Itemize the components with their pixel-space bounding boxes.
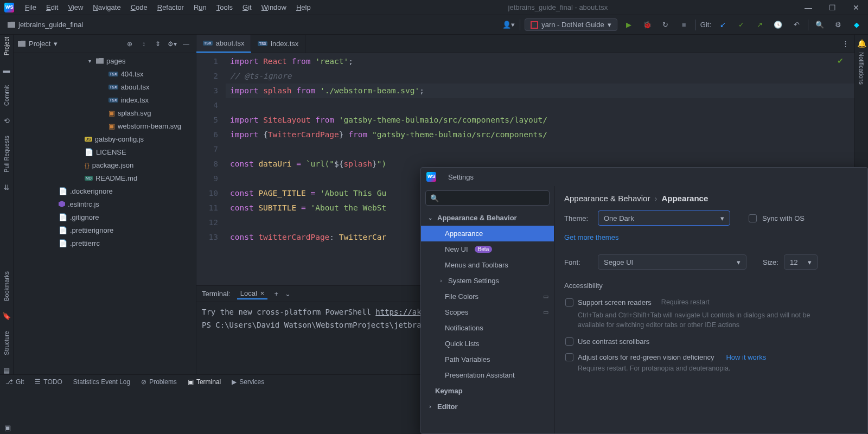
contrast-checkbox[interactable] <box>565 337 573 346</box>
adjust-colors-checkbox[interactable] <box>565 353 573 361</box>
cat-editor[interactable]: ›Editor <box>421 399 554 414</box>
project-breadcrumb[interactable]: jetbrains_guide_final <box>4 21 86 29</box>
size-dropdown[interactable]: 12▾ <box>784 254 818 270</box>
close-icon[interactable]: ✕ <box>848 3 864 12</box>
commit-rail-icon[interactable]: ⟲ <box>4 117 10 125</box>
menu-help[interactable]: Help <box>292 1 315 14</box>
rail-project[interactable]: Project <box>3 37 10 55</box>
menu-window[interactable]: Window <box>257 1 291 14</box>
bookmark-rail-icon[interactable]: 🔖 <box>2 312 11 320</box>
options-icon[interactable]: ⚙▾ <box>167 40 177 48</box>
rail-structure[interactable]: Structure <box>3 331 10 355</box>
tree-file[interactable]: ▣webstorm-beam.svg <box>14 119 196 132</box>
git-pull-icon[interactable]: ↙ <box>716 18 730 32</box>
expand-icon[interactable]: ↕ <box>138 40 149 48</box>
git-push-icon[interactable]: ↗ <box>752 18 767 32</box>
settings-icon[interactable]: ⚙ <box>831 18 845 32</box>
tree-folder-pages[interactable]: ▾pages <box>14 54 196 67</box>
ai-icon[interactable]: ◆ <box>850 18 864 32</box>
status-git[interactable]: ⎇Git <box>5 378 24 386</box>
tree-file[interactable]: 📄.dockerignore <box>14 184 196 197</box>
cat-appearance[interactable]: Appearance <box>421 226 554 241</box>
cat-appearance-behavior[interactable]: ⌄Appearance & Behavior <box>421 210 554 226</box>
debug-icon[interactable]: 🐞 <box>640 18 654 32</box>
cat-system[interactable]: ›System Settings <box>421 273 554 289</box>
tree-file[interactable]: TSXindex.tsx <box>14 93 196 106</box>
menu-code[interactable]: Code <box>126 1 152 14</box>
menu-file[interactable]: File <box>21 1 41 14</box>
status-todo[interactable]: ☰TODO <box>35 378 62 386</box>
cat-quick-lists[interactable]: Quick Lists <box>421 336 554 352</box>
terminal-dropdown-icon[interactable]: ⌄ <box>285 290 291 298</box>
screen-readers-checkbox[interactable] <box>565 298 573 307</box>
rail-pull[interactable]: Pull Requests <box>3 136 10 173</box>
sync-os-checkbox[interactable] <box>749 214 757 222</box>
status-stats[interactable]: Statistics Event Log <box>73 378 130 386</box>
cat-new-ui[interactable]: New UIBeta <box>421 241 554 257</box>
menu-view[interactable]: View <box>63 1 87 14</box>
tree-file[interactable]: 📄LICENSE <box>14 145 196 158</box>
tree-file[interactable]: .eslintrc.js <box>14 197 196 210</box>
terminal-tab[interactable]: Local× <box>237 288 268 299</box>
rail-commit[interactable]: Commit <box>3 85 10 106</box>
structure-rail-icon[interactable]: ▤ <box>3 366 10 374</box>
stop-icon[interactable]: ■ <box>677 18 691 32</box>
get-more-themes-link[interactable]: Get more themes <box>564 233 618 241</box>
cat-file-colors[interactable]: File Colors▭ <box>421 289 554 304</box>
locate-icon[interactable]: ⊕ <box>124 40 135 48</box>
cat-menus[interactable]: Menus and Toolbars <box>421 257 554 273</box>
status-terminal[interactable]: ▣Terminal <box>188 378 221 386</box>
user-icon[interactable]: 👤▾ <box>501 18 515 32</box>
add-terminal-icon[interactable]: + <box>274 290 278 298</box>
tree-file[interactable]: 📄.prettierignore <box>14 224 196 237</box>
cat-scopes[interactable]: Scopes▭ <box>421 304 554 320</box>
rollback-icon[interactable]: ↶ <box>789 18 803 32</box>
menu-refactor[interactable]: Refactor <box>153 1 188 14</box>
rerun-icon[interactable]: ↻ <box>659 18 673 32</box>
theme-dropdown[interactable]: One Dark▾ <box>598 210 730 226</box>
project-panel-title[interactable]: Project ▾ <box>18 40 121 48</box>
tree-file[interactable]: MDREADME.md <box>14 171 196 184</box>
history-icon[interactable]: 🕓 <box>771 18 785 32</box>
rail-notifications[interactable]: Notifications <box>858 52 865 85</box>
git-commit-icon[interactable]: ✓ <box>734 18 748 32</box>
cat-path-vars[interactable]: Path Variables <box>421 352 554 367</box>
tree-file[interactable]: TSX404.tsx <box>14 67 196 80</box>
status-problems[interactable]: ⊘Problems <box>141 378 177 386</box>
menu-tools[interactable]: Tools <box>212 1 237 14</box>
menu-git[interactable]: Git <box>238 1 256 14</box>
search-icon[interactable]: 🔍 <box>813 18 827 32</box>
cat-keymap[interactable]: Keymap <box>421 383 554 399</box>
menu-navigate[interactable]: Navigate <box>88 1 125 14</box>
tree-file[interactable]: ▣splash.svg <box>14 106 196 119</box>
collapse-icon[interactable]: ⇕ <box>152 40 163 48</box>
tool-windows-icon[interactable]: ▣ <box>4 424 11 432</box>
inspection-ok-icon[interactable]: ✔ <box>837 56 844 65</box>
run-config-dropdown[interactable]: yarn - DotNet Guide ▾ <box>525 18 617 31</box>
close-tab-icon[interactable]: × <box>260 289 265 297</box>
rail-bookmarks[interactable]: Bookmarks <box>3 271 10 301</box>
how-it-works-link[interactable]: How it works <box>726 353 766 361</box>
tree-file[interactable]: {}package.json <box>14 158 196 171</box>
tree-file[interactable]: TSXabout.tsx <box>14 80 196 93</box>
run-icon[interactable]: ▶ <box>622 18 636 32</box>
maximize-icon[interactable]: ☐ <box>825 3 840 12</box>
tree-file[interactable]: JSgatsby-config.js <box>14 132 196 145</box>
tree-file[interactable]: 📄.prettierrc <box>14 237 196 250</box>
cat-presentation[interactable]: Presentation Assistant <box>421 367 554 383</box>
status-services[interactable]: ▶Services <box>232 378 264 386</box>
cat-notifications[interactable]: Notifications <box>421 320 554 336</box>
tab-more-icon[interactable]: ⋮ <box>837 35 854 53</box>
tab-index[interactable]: TSXindex.tsx <box>251 35 305 53</box>
tab-about[interactable]: TSXabout.tsx <box>196 35 251 53</box>
hide-icon[interactable]: — <box>181 40 192 48</box>
menu-edit[interactable]: Edit <box>42 1 62 14</box>
bell-icon[interactable]: 🔔 <box>857 39 866 48</box>
font-dropdown[interactable]: Segoe UI▾ <box>598 254 746 270</box>
minimize-icon[interactable]: — <box>801 3 816 12</box>
pull-rail-icon[interactable]: ⇊ <box>4 183 10 192</box>
menu-run[interactable]: Run <box>189 1 211 14</box>
folder-rail-icon[interactable]: ▬ <box>3 66 10 74</box>
tree-file[interactable]: 📄.gitignore <box>14 210 196 224</box>
settings-search[interactable]: 🔍 <box>425 190 550 206</box>
